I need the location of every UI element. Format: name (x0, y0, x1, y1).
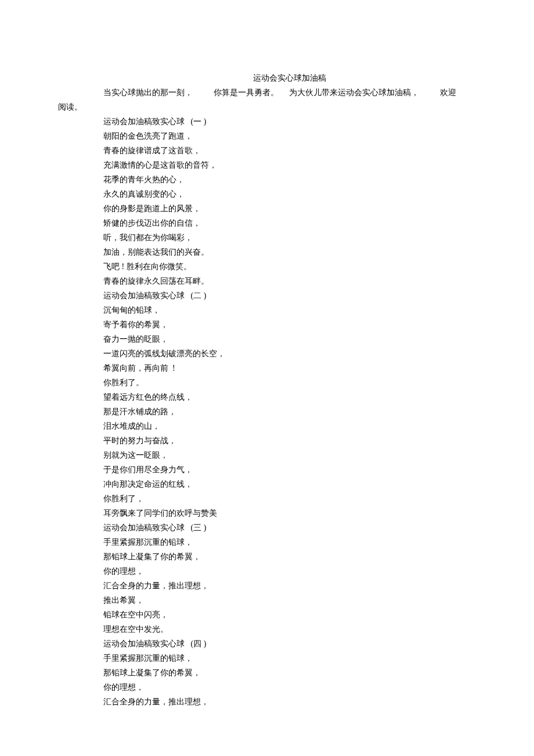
intro-seg-2: 你算是一具勇者。 (214, 88, 279, 97)
body-line: 汇合全身的力量，推出理想， (103, 694, 476, 709)
body-line: 推出希翼， (103, 593, 476, 607)
body-line: 你胜利了， (103, 491, 476, 506)
body-line: 那铅球上凝集了你的希翼， (103, 665, 476, 680)
body-line: 你的身影是跑道上的风景， (103, 201, 476, 216)
body-line: 希翼向前，再向前 ! (103, 361, 476, 375)
body-line: 青春的旋律永久回荡在耳畔。 (103, 274, 476, 288)
intro-line-1: 当实心球抛出的那一刻，你算是一具勇者。为大伙儿带来运动会实心球加油稿，欢迎 (103, 85, 476, 100)
body-lines: 运动会加油稿致实心球 (一 )朝阳的金色洗亮了跑道，青春的旋律谱成了这首歌，充满… (103, 114, 476, 709)
body-line: 花季的青年火热的心， (103, 172, 476, 187)
body-line: 于是你们用尽全身力气， (103, 462, 476, 477)
body-line: 矫健的步伐迈出你的自信， (103, 216, 476, 230)
body-line: 运动会加油稿致实心球 (三 ) (103, 520, 476, 535)
body-line: 汇合全身的力量，推出理想， (103, 578, 476, 593)
intro-seg-3: 为大伙儿带来运动会实心球加油稿， (289, 88, 419, 97)
body-line: 别就为这一眨眼， (103, 448, 476, 462)
body-line: 运动会加油稿致实心球 (一 ) (103, 114, 476, 129)
intro-seg-1: 当实心球抛出的那一刻， (103, 85, 193, 100)
body-line: 青春的旋律谱成了这首歌， (103, 143, 476, 158)
body-line: 朝阳的金色洗亮了跑道， (103, 129, 476, 143)
body-line: 充满激情的心是这首歌的音符， (103, 158, 476, 172)
body-line: 手里紧握那沉重的铅球， (103, 651, 476, 665)
body-line: 望着远方红色的终点线， (103, 390, 476, 404)
intro-line-2: 阅读。 (58, 100, 476, 114)
body-line: 泪水堆成的山， (103, 419, 476, 433)
body-line: 沉甸甸的铅球， (103, 303, 476, 317)
body-line: 运动会加油稿致实心球 (四 ) (103, 636, 476, 651)
body-line: 寄予着你的希翼， (103, 317, 476, 332)
body-line: 飞吧 ! 胜利在向你微笑。 (103, 259, 476, 274)
body-line: 听，我们都在为你喝彩， (103, 230, 476, 245)
body-line: 一道闪亮的弧线划破漂亮的长空， (103, 346, 476, 361)
body-line: 冲向那决定命运的红线， (103, 477, 476, 491)
body-line: 你胜利了。 (103, 375, 476, 390)
body-line: 铅球在空中闪亮， (103, 607, 476, 622)
body-line: 那铅球上凝集了你的希翼， (103, 549, 476, 564)
document-title: 运动会实心球加油稿 (103, 71, 476, 85)
body-line: 耳旁飘来了同学们的欢呼与赞美 (103, 506, 476, 520)
body-line: 你的理想， (103, 564, 476, 578)
body-line: 加油，别能表达我们的兴奋。 (103, 245, 476, 259)
body-line: 手里紧握那沉重的铅球， (103, 535, 476, 549)
body-line: 那是汗水铺成的路， (103, 404, 476, 419)
body-line: 永久的真诚别变的心， (103, 187, 476, 201)
body-line: 理想在空中发光。 (103, 622, 476, 636)
body-line: 奋力一抛的眨眼， (103, 332, 476, 346)
body-line: 平时的努力与奋战， (103, 433, 476, 448)
intro-seg-4: 欢迎 (440, 88, 456, 97)
body-line: 运动会加油稿致实心球 (二 ) (103, 288, 476, 303)
document-page: 运动会实心球加油稿 当实心球抛出的那一刻，你算是一具勇者。为大伙儿带来运动会实心… (0, 0, 534, 744)
body-line: 你的理想， (103, 680, 476, 694)
